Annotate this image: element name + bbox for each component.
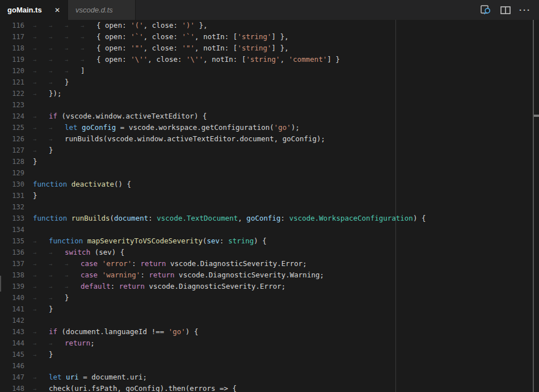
code-text: →→→default: return vscode.DiagnosticSeve… [33, 281, 285, 292]
open-preview-icon[interactable] [480, 5, 492, 15]
tab-whitespace-icon: → [33, 269, 49, 281]
code-token [62, 373, 66, 381]
code-token: '\'' [130, 55, 148, 64]
code-line[interactable]: 143→if (document.languageId !== 'go') { [0, 326, 539, 338]
code-line[interactable]: 147→let uri = document.uri; [0, 372, 539, 383]
code-token: , close: [144, 44, 182, 52]
split-editor-icon[interactable] [500, 6, 511, 14]
tab-vscode-d-ts[interactable]: vscode.d.ts [68, 0, 136, 20]
code-line[interactable]: 126→→runBuilds(vscode.window.activeTextE… [0, 133, 539, 145]
code-token: : [111, 282, 119, 290]
code-line[interactable]: 141→} [0, 304, 539, 315]
code-line[interactable]: 118→→→→{ open: '"', close: '"', notIn: [… [0, 43, 539, 54]
code-line[interactable]: 146 [0, 360, 539, 372]
code-line[interactable]: 144→→return; [0, 338, 539, 349]
line-number: 139 [0, 281, 24, 292]
code-line[interactable]: 140→→} [0, 292, 539, 304]
line-number: 129 [0, 167, 24, 179]
code-token: ] }, [272, 32, 289, 41]
code-token [78, 123, 82, 132]
line-number: 127 [0, 145, 24, 156]
code-line[interactable]: 139→→→default: return vscode.DiagnosticS… [0, 281, 539, 292]
code-token: let [65, 123, 78, 132]
tab-whitespace-icon: → [33, 338, 49, 349]
code-token: uri [66, 373, 79, 381]
code-line[interactable]: 123 [0, 99, 539, 111]
code-line[interactable]: 116→→→→{ open: '(', close: ')' }, [0, 20, 539, 31]
code-token: } [65, 293, 69, 302]
line-number: 144 [0, 338, 24, 349]
tab-whitespace-icon: → [33, 304, 49, 315]
line-number: 118 [0, 43, 24, 54]
tab-whitespace-icon: → [33, 383, 49, 392]
code-line[interactable]: 137→→→case 'error': return vscode.Diagno… [0, 258, 539, 269]
code-token: '\'' [186, 55, 203, 64]
code-line[interactable]: 119→→→→{ open: '\'', close: '\'', notIn:… [0, 54, 539, 65]
tab-whitespace-icon: → [49, 43, 65, 54]
code-editor[interactable]: 116→→→→{ open: '(', close: ')' },117→→→→… [0, 20, 539, 392]
code-line[interactable]: 136→→switch (sev) { [0, 247, 539, 258]
code-line[interactable]: 131} [0, 190, 539, 201]
code-token: 'string' [237, 44, 271, 52]
code-line[interactable]: 135→function mapSeverityToVSCodeSeverity… [0, 235, 539, 247]
code-token: return [149, 271, 174, 279]
code-line[interactable]: 148→check(uri.fsPath, goConfig).then(err… [0, 383, 539, 392]
code-token: ) { [413, 214, 426, 222]
code-token: } [33, 157, 37, 166]
line-number: 135 [0, 235, 24, 247]
code-token: ] }, [272, 44, 289, 52]
code-token: '"' [182, 44, 195, 52]
code-line[interactable]: 125→→let goConfig = vscode.workspace.get… [0, 122, 539, 133]
code-text: →let uri = document.uri; [33, 372, 147, 383]
tab-whitespace-icon: → [33, 122, 49, 134]
code-line[interactable]: 122→}); [0, 88, 539, 99]
code-line[interactable]: 120→→→] [0, 65, 539, 77]
code-token: if [49, 327, 57, 336]
code-text: →} [33, 304, 53, 315]
tab-whitespace-icon: → [33, 54, 49, 66]
code-token: = vscode.workspace.getConfiguration( [116, 123, 273, 132]
code-token: case [81, 259, 98, 268]
code-line[interactable]: 121→→} [0, 77, 539, 88]
tab-whitespace-icon: → [33, 349, 49, 361]
code-token: 'string' [246, 55, 280, 64]
line-number: 148 [0, 383, 24, 392]
code-line[interactable]: 133function runBuilds(document: vscode.T… [0, 213, 539, 224]
code-token: : [140, 271, 149, 279]
code-line[interactable]: 124→if (vscode.window.activeTextEditor) … [0, 111, 539, 122]
code-token: switch [65, 248, 90, 256]
line-number: 141 [0, 304, 24, 315]
code-token: 'error' [102, 259, 132, 268]
tab-whitespace-icon: → [81, 31, 96, 43]
code-token: 'go' [274, 123, 291, 132]
code-line[interactable]: 128} [0, 156, 539, 167]
code-line[interactable]: 117→→→→{ open: '`', close: '`', notIn: [… [0, 31, 539, 43]
tab-whitespace-icon: → [33, 292, 49, 304]
code-line[interactable]: 145→} [0, 349, 539, 360]
code-line[interactable]: 129 [0, 167, 539, 179]
code-text: →→} [33, 77, 69, 88]
tab-whitespace-icon: → [65, 54, 81, 66]
editor-actions: ··· [480, 0, 539, 20]
line-number: 143 [0, 326, 24, 338]
code-line[interactable]: 127→} [0, 145, 539, 156]
line-number: 124 [0, 111, 24, 122]
code-token: ) { [186, 327, 199, 336]
code-line[interactable]: 132 [0, 201, 539, 213]
code-line[interactable]: 134 [0, 224, 539, 235]
code-text: →if (document.languageId !== 'go') { [33, 326, 198, 338]
tab-gomain-ts[interactable]: goMain.ts ✕ [0, 0, 68, 20]
code-text: } [33, 156, 37, 167]
code-line[interactable]: 130function deactivate() { [0, 179, 539, 190]
close-icon[interactable]: ✕ [54, 6, 60, 14]
code-token: '`' [130, 32, 144, 41]
code-line[interactable]: 138→→→case 'warning': return vscode.Diag… [0, 269, 539, 281]
line-number: 122 [0, 88, 24, 99]
overview-ruler[interactable] [533, 20, 534, 392]
more-actions-icon[interactable]: ··· [519, 5, 531, 15]
code-token: runBuilds [71, 214, 110, 222]
code-line[interactable]: 142 [0, 315, 539, 326]
code-token: (vscode.window.activeTextEditor) { [57, 112, 207, 120]
tab-label: goMain.ts [7, 6, 42, 14]
code-text: →function mapSeverityToVSCodeSeverity(se… [33, 235, 267, 247]
